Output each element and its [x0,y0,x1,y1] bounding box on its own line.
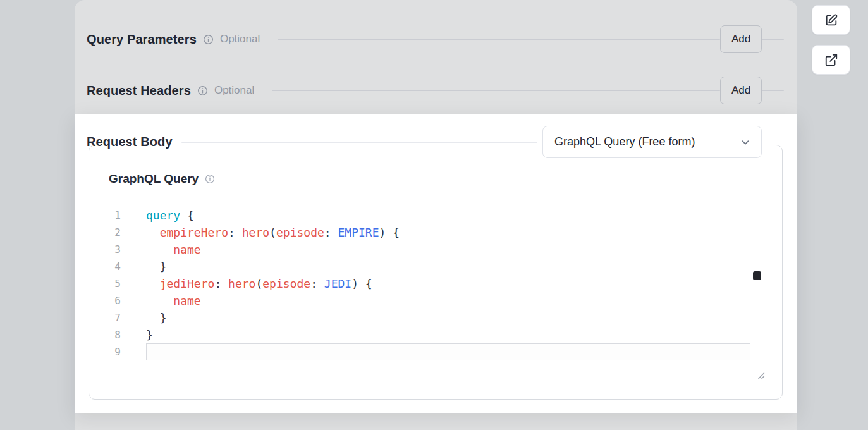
code-token: ) { [379,226,400,239]
code-token: : [214,277,221,290]
code-token: ( [269,226,276,239]
divider [181,142,537,143]
code-token [146,277,160,290]
code-token: } [146,311,167,324]
code-token: episode [276,226,324,239]
line-number: 4 [89,258,121,275]
code-line[interactable]: query { [146,207,750,224]
code-token: ) { [351,277,372,290]
line-number: 9 [89,343,121,360]
code-line[interactable]: } [146,326,750,343]
code-line[interactable] [146,343,750,360]
code-token [146,243,173,256]
editor-gutter: 123456789 [89,207,121,360]
graphql-query-label: GraphQL Query [109,172,199,186]
info-icon[interactable] [205,174,215,184]
request-body-title: Request Body [87,135,173,149]
code-token: query [146,209,180,222]
editor-code[interactable]: query { empireHero: hero(episode: EMPIRE… [146,207,750,360]
code-token [235,226,242,239]
code-token: name [173,243,200,256]
editor-resize-grip[interactable] [756,371,765,379]
code-token [146,294,173,307]
code-line[interactable]: name [146,241,750,258]
line-number: 8 [89,326,121,343]
code-token: EMPIRE [338,226,379,239]
request-body-section: Request Body GraphQL Query (Free form) G… [75,114,797,413]
code-line[interactable]: name [146,292,750,309]
external-link-icon [824,53,838,67]
code-token: name [173,294,200,307]
line-number: 5 [89,275,121,292]
body-type-select[interactable]: GraphQL Query (Free form) [542,126,762,158]
open-external-button[interactable] [812,45,850,75]
line-number: 2 [89,224,121,241]
code-token: : [310,277,317,290]
code-token: hero [242,226,269,239]
chevron-down-icon [740,137,751,148]
editor-scrollbar-track [757,190,757,379]
page: Query Parameters Optional Add Request He… [0,0,868,430]
code-line[interactable]: } [146,309,750,326]
code-token: { [180,209,194,222]
editor-scrollbar-thumb[interactable] [753,271,761,280]
code-token: JEDI [324,277,351,290]
code-token [317,277,324,290]
body-type-selected-value: GraphQL Query (Free form) [554,135,695,149]
line-number: 3 [89,241,121,258]
code-line[interactable]: empireHero: hero(episode: EMPIRE) { [146,224,750,241]
request-body-header: Request Body GraphQL Query (Free form) [87,126,762,158]
code-token: ( [255,277,262,290]
code-token: empireHero [160,226,228,239]
code-token: episode [262,277,310,290]
code-token: : [324,226,331,239]
code-line[interactable]: } [146,258,750,275]
line-number: 7 [89,309,121,326]
code-token: : [228,226,235,239]
line-number: 1 [89,207,121,224]
edit-button[interactable] [812,5,850,35]
code-token [146,226,160,239]
graphql-editor-card: GraphQL Query 123456789 query { empireHe… [89,145,783,400]
code-token [331,226,338,239]
pencil-square-icon [824,13,838,27]
code-token [221,277,228,290]
code-token: } [146,328,153,341]
code-line[interactable]: jediHero: hero(episode: JEDI) { [146,275,750,292]
graphql-editor-label-row: GraphQL Query [109,171,215,187]
line-number: 6 [89,292,121,309]
code-token: } [146,260,167,273]
code-token: jediHero [160,277,215,290]
code-token: hero [228,277,255,290]
